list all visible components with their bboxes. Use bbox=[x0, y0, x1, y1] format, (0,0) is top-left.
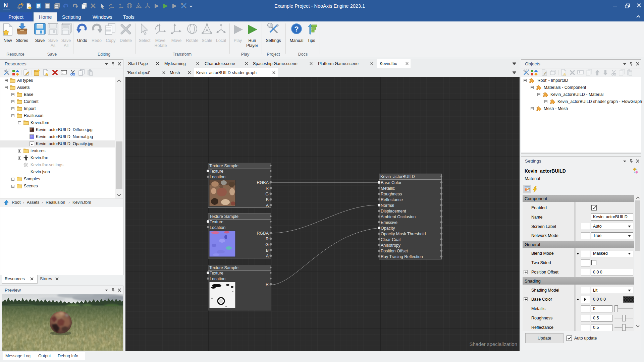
svg-text:Clear Coat: Clear Coat bbox=[381, 237, 401, 242]
svg-text:Base Color: Base Color bbox=[381, 180, 401, 185]
svg-text:Displacement: Displacement bbox=[381, 209, 406, 214]
svg-text:Texture Sample: Texture Sample bbox=[209, 164, 238, 168]
svg-text:G: G bbox=[265, 192, 269, 196]
svg-text:Metallic: Metallic bbox=[381, 186, 395, 191]
svg-text:Shader specialization: Shader specialization bbox=[469, 341, 517, 347]
svg-text:Position Offset: Position Offset bbox=[381, 249, 408, 253]
svg-text:A: A bbox=[266, 203, 269, 208]
svg-text:Kevin_actorBUILD: Kevin_actorBUILD bbox=[380, 174, 415, 179]
svg-text:Opacity: Opacity bbox=[381, 226, 395, 231]
svg-text:Emissive: Emissive bbox=[381, 220, 397, 225]
svg-text:?: ? bbox=[294, 25, 299, 33]
svg-text:Location: Location bbox=[210, 277, 225, 281]
svg-text:G: G bbox=[265, 242, 269, 247]
svg-text:Opacity Mask Threshold: Opacity Mask Threshold bbox=[381, 232, 426, 236]
svg-text:Texture Sample: Texture Sample bbox=[209, 265, 238, 270]
svg-text:Texture: Texture bbox=[210, 220, 223, 224]
svg-text:R: R bbox=[266, 186, 269, 191]
svg-text:Texture: Texture bbox=[210, 271, 223, 276]
svg-text:R: R bbox=[266, 237, 269, 241]
svg-text:Texture Sample: Texture Sample bbox=[209, 214, 238, 219]
svg-text:A: A bbox=[266, 254, 269, 258]
svg-text:Location: Location bbox=[210, 225, 225, 230]
svg-text:R: R bbox=[266, 282, 269, 287]
svg-text:RGBA: RGBA bbox=[257, 180, 269, 185]
svg-text:Location: Location bbox=[210, 175, 225, 179]
svg-text:Roughness: Roughness bbox=[381, 192, 402, 196]
svg-text:Reflectance: Reflectance bbox=[381, 197, 403, 202]
svg-text:Texture: Texture bbox=[210, 169, 223, 174]
svg-text:Ambient Occlusion: Ambient Occlusion bbox=[381, 215, 416, 219]
svg-text:RGBA: RGBA bbox=[257, 231, 269, 236]
svg-text:B: B bbox=[266, 197, 269, 202]
svg-text:Normal: Normal bbox=[381, 203, 394, 208]
svg-text:Anisotropy: Anisotropy bbox=[381, 243, 401, 248]
svg-text:Ray Tracing Reflection: Ray Tracing Reflection bbox=[381, 254, 423, 259]
svg-text:B: B bbox=[266, 248, 269, 253]
